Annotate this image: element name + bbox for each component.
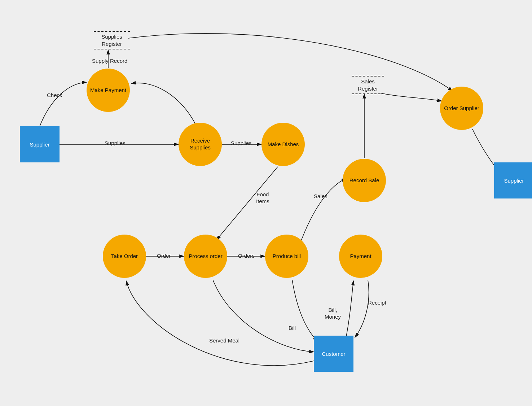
process-make-payment: Make Payment bbox=[87, 69, 130, 112]
label-sales: Sales bbox=[314, 193, 327, 200]
process-process-order: Process order bbox=[184, 235, 227, 278]
label-food-items: Food Items bbox=[256, 191, 269, 205]
label-order: Order bbox=[157, 253, 171, 259]
label-orders: Orders bbox=[238, 253, 255, 259]
label-served-meal: Served Meal bbox=[209, 337, 239, 344]
process-receive-supplies: Receive Supplies bbox=[179, 123, 222, 166]
label-bill: Bill bbox=[289, 325, 296, 332]
entity-supplier-right: Supplier bbox=[494, 162, 532, 198]
entity-supplier-left: Supplier bbox=[20, 126, 60, 162]
entity-customer: Customer bbox=[314, 336, 353, 372]
label-supplies-2: Supplies bbox=[231, 140, 252, 147]
diagram-canvas: Supplies Register Sales Register Supplie… bbox=[0, 0, 532, 406]
process-order-supplier: Order Supplier bbox=[440, 87, 483, 130]
label-supply-record: Supply Record bbox=[92, 58, 127, 65]
process-make-dishes: Make Dishes bbox=[261, 123, 305, 166]
store-supplies-register: Supplies Register bbox=[94, 31, 130, 49]
process-produce-bill: Produce bill bbox=[265, 235, 308, 278]
process-take-order: Take Order bbox=[103, 235, 146, 278]
label-bill-money: Bill, Money bbox=[325, 307, 341, 320]
process-record-sale: Record Sale bbox=[343, 159, 386, 202]
store-sales-register: Sales Register bbox=[352, 76, 384, 94]
label-check: Check bbox=[47, 92, 62, 99]
label-receipt: Receipt bbox=[368, 300, 386, 306]
label-supplies-1: Supplies bbox=[105, 140, 126, 147]
process-payment: Payment bbox=[339, 235, 382, 278]
